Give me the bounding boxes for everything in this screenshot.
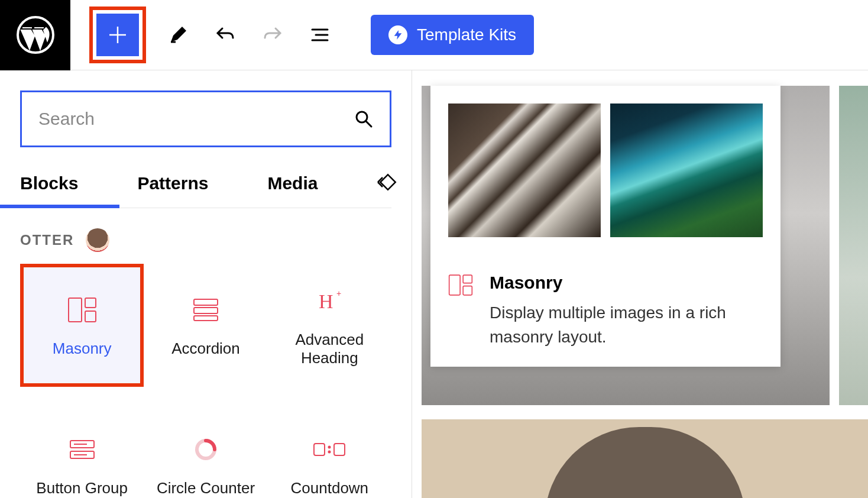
heading-icon: H+ — [315, 283, 344, 319]
svg-rect-20 — [449, 275, 460, 295]
svg-rect-4 — [85, 298, 96, 308]
svg-rect-21 — [463, 275, 472, 283]
tab-media[interactable]: Media — [267, 159, 318, 208]
block-label: Circle Counter — [157, 479, 255, 497]
block-advanced-heading[interactable]: H+ Advanced Heading — [268, 264, 391, 387]
block-label: Accordion — [171, 339, 240, 358]
outline-icon — [310, 25, 330, 45]
accordion-icon — [193, 292, 219, 328]
block-label: Masonry — [53, 339, 112, 358]
highlight-add-block — [89, 7, 146, 63]
preview-image — [610, 104, 763, 237]
document-overview-button[interactable] — [305, 20, 335, 50]
svg-text:H: H — [319, 290, 333, 312]
preview-images — [448, 104, 763, 237]
pencil-icon — [168, 25, 188, 45]
search-input[interactable] — [38, 109, 354, 129]
add-block-button[interactable] — [96, 14, 139, 56]
redo-button[interactable] — [257, 20, 288, 50]
svg-rect-16 — [314, 444, 325, 455]
tab-patterns[interactable]: Patterns — [137, 159, 208, 208]
countdown-icon — [313, 432, 346, 467]
block-masonry[interactable]: Masonry — [20, 264, 144, 387]
svg-rect-8 — [194, 316, 218, 321]
template-kits-button[interactable]: Template Kits — [371, 15, 534, 55]
diamond-icon — [377, 171, 399, 193]
block-preview-popover: Masonry Display multiple images in a ric… — [430, 86, 780, 367]
masonry-icon — [67, 292, 97, 328]
tab-blocks[interactable]: Blocks — [20, 159, 78, 208]
preview-image — [448, 104, 601, 237]
blocks-grid-row2: Button Group Circle Counter Countdown — [20, 403, 391, 498]
svg-rect-3 — [69, 298, 82, 322]
svg-point-19 — [329, 451, 331, 453]
block-label: Button Group — [36, 479, 128, 497]
search-box[interactable] — [20, 90, 391, 147]
plus-icon — [107, 24, 128, 46]
popover-title: Masonry — [490, 273, 763, 293]
redo-icon — [263, 25, 283, 45]
blocks-grid: Masonry Accordion H+ Advanced Heading — [20, 264, 391, 387]
block-circle-counter[interactable]: Circle Counter — [144, 403, 267, 498]
wordpress-icon — [17, 16, 54, 54]
canvas-image-bottom — [422, 419, 868, 498]
template-kits-label: Template Kits — [417, 25, 516, 44]
explore-button[interactable] — [377, 171, 399, 196]
button-group-icon — [69, 432, 95, 467]
otter-icon — [86, 228, 109, 252]
block-accordion[interactable]: Accordion — [144, 264, 267, 387]
search-icon — [354, 109, 373, 128]
svg-text:+: + — [336, 289, 341, 298]
svg-point-18 — [329, 447, 331, 448]
category-label: OTTER — [20, 232, 74, 248]
edit-tool-button[interactable] — [163, 20, 193, 50]
inserter-tabs: Blocks Patterns Media — [20, 159, 391, 208]
undo-icon — [215, 25, 235, 45]
editor-canvas[interactable]: Masonry Display multiple images in a ric… — [412, 70, 868, 498]
svg-rect-7 — [194, 308, 218, 313]
svg-rect-17 — [334, 444, 345, 455]
wordpress-logo[interactable] — [0, 0, 70, 70]
svg-rect-6 — [194, 299, 218, 305]
masonry-icon — [448, 273, 473, 300]
popover-description: Display multiple images in a rich masonr… — [490, 301, 763, 349]
category-header: OTTER — [20, 228, 391, 252]
block-countdown[interactable]: Countdown — [268, 403, 391, 498]
bolt-icon — [388, 25, 407, 44]
svg-rect-5 — [85, 311, 96, 322]
block-button-group[interactable]: Button Group — [20, 403, 144, 498]
svg-rect-22 — [463, 286, 472, 295]
block-inserter-panel: Blocks Patterns Media OTTER Masonry — [0, 70, 412, 498]
block-label: Countdown — [291, 479, 369, 497]
svg-rect-2 — [381, 174, 396, 189]
circle-counter-icon — [194, 432, 218, 467]
undo-button[interactable] — [210, 20, 241, 50]
top-toolbar: Template Kits — [0, 0, 868, 70]
block-label: Advanced Heading — [295, 331, 364, 367]
